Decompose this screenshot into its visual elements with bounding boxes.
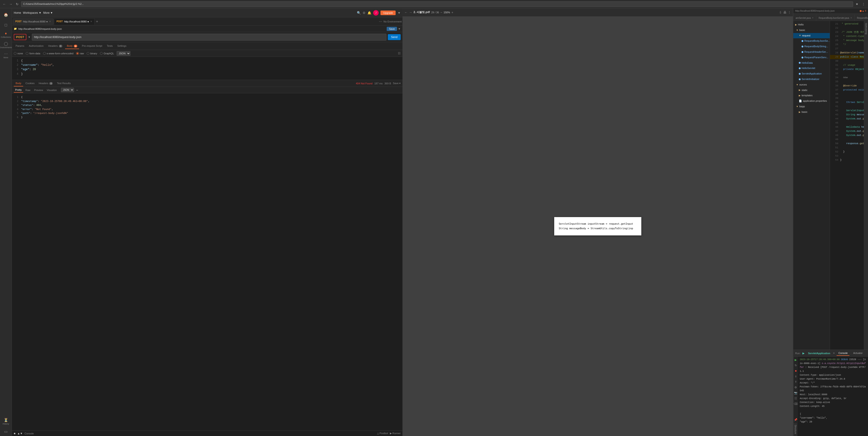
pdf-forward-button[interactable]: → xyxy=(409,10,412,14)
save-response-button[interactable]: Save ▾ xyxy=(393,82,401,85)
nav-settings-button[interactable]: ⚙ xyxy=(363,11,366,15)
pdf-zoom-plus-button[interactable]: + xyxy=(451,10,453,14)
response-tab-test-results[interactable]: Test Results xyxy=(55,81,72,86)
ide-tab-requestbodystring[interactable]: RequestBodyString... ✕ xyxy=(855,15,868,21)
tree-item-request[interactable]: ▼ request xyxy=(793,33,830,38)
console-settings-button[interactable]: ⚙ xyxy=(794,385,798,390)
tab-close-2[interactable]: ✕ xyxy=(90,20,92,23)
tree-item-appprops[interactable]: 📄 application.properties xyxy=(793,98,830,104)
ide-tab-close-rbjs1[interactable]: ✕ xyxy=(850,17,852,19)
body-options-icon[interactable]: ☷ xyxy=(398,52,401,55)
radio-urlencoded[interactable]: x-www-form-urlencoded xyxy=(43,52,73,55)
response-tab-cookies[interactable]: Cookies xyxy=(24,81,36,86)
bookmark-button[interactable]: ★ xyxy=(855,2,860,6)
pdf-back-button[interactable]: ← xyxy=(404,10,407,14)
body-format-select[interactable]: JSON Text XML xyxy=(117,51,130,56)
console-run-button[interactable]: ▶ xyxy=(794,357,798,362)
method-selector[interactable]: POST xyxy=(14,34,26,40)
structure-tab[interactable]: Structure xyxy=(793,423,797,436)
tab-close-1[interactable]: ✕ xyxy=(49,20,51,23)
subtab-prerequest[interactable]: Pre-request Script xyxy=(80,43,104,49)
tabs-menu-button[interactable]: ⋯ xyxy=(379,20,382,23)
nav-search-button[interactable]: 🔍 xyxy=(357,11,361,15)
runner-button[interactable]: ▶ Runner xyxy=(390,432,401,435)
tree-item-basic2[interactable]: ▶ basic xyxy=(793,110,830,115)
tree-item-ources[interactable]: ▼ ources xyxy=(793,82,830,88)
ide-tab-amservlet[interactable]: amServlet.java ✕ xyxy=(793,15,816,21)
run-tab-actuator[interactable]: Actuator xyxy=(851,351,864,356)
sidebar-item-extensions[interactable]: ▭ xyxy=(1,427,10,436)
tree-item-requestparamserv[interactable]: RequestParamServ... xyxy=(793,55,830,60)
sidebar-item-environments[interactable]: ◯ Environments xyxy=(1,40,10,50)
console-up-button[interactable]: ⇑ xyxy=(794,380,798,384)
tree-item-requestheaderser[interactable]: RequestHeaderSer... xyxy=(793,49,830,55)
resp-tab-raw[interactable]: Raw xyxy=(24,88,32,92)
request-body-editor[interactable]: 1 { 2 "username": "hello", 3 "age": 20 4… xyxy=(12,57,402,80)
tree-item-basic[interactable]: ▼ basic xyxy=(793,28,830,33)
tree-item-servletapplication[interactable]: ServletApplication xyxy=(793,71,830,76)
pdf-zoom-minus-button[interactable]: − xyxy=(440,10,442,14)
save-to-collection-button[interactable]: Save xyxy=(387,27,397,31)
upgrade-button[interactable]: Upgrade xyxy=(380,10,396,15)
nav-notification-button[interactable]: 🔔 xyxy=(367,11,371,15)
subtab-body[interactable]: Body ● xyxy=(65,43,79,49)
nav-workspaces-button[interactable]: Workspaces ▼ xyxy=(23,11,41,14)
url-input[interactable] xyxy=(32,34,386,40)
sidebar-item-more[interactable]: ⋯ More xyxy=(1,51,10,60)
browser-menu-button[interactable]: ⋮ xyxy=(861,2,866,6)
tree-item-requestbodystring[interactable]: RequestBodyString... xyxy=(793,44,830,49)
console-rerun-button[interactable]: ↻ xyxy=(794,363,798,368)
ide-tab-requestbodyjsonservlet1[interactable]: RequestBodyJsonServlet.java ✕ xyxy=(816,15,855,21)
subtab-headers[interactable]: Headers 8 xyxy=(46,43,64,49)
nav-home-button[interactable]: Home xyxy=(14,11,21,14)
radio-form-data[interactable]: form-data xyxy=(26,52,40,55)
tree-item-requestbodyjson[interactable]: RequestBodyJsonSe... xyxy=(793,38,830,44)
console-down-button[interactable]: ⇓ xyxy=(794,374,798,379)
console-stop-button[interactable]: ■ xyxy=(794,369,798,373)
bookmarks-tab[interactable]: Bookmarks xyxy=(864,21,868,350)
radio-graphql[interactable]: GraphQL xyxy=(100,52,114,55)
ide-tab-close-amservlet[interactable]: ✕ xyxy=(812,17,814,19)
subtab-tests[interactable]: Tests xyxy=(105,43,115,49)
console-filter-button[interactable]: ☷ xyxy=(794,396,798,401)
tree-item-hello[interactable]: ▶ Hello xyxy=(793,22,830,28)
back-button[interactable]: ← xyxy=(2,2,7,7)
tree-item-templates[interactable]: ▶ templates xyxy=(793,93,830,98)
reload-button[interactable]: ↻ xyxy=(15,2,20,7)
subtab-settings[interactable]: Settings xyxy=(116,43,128,49)
response-tab-headers[interactable]: Headers 8 xyxy=(37,81,55,86)
send-button[interactable]: Send xyxy=(388,34,401,40)
tree-item-servletinitializer[interactable]: ServletInitializer xyxy=(793,76,830,82)
sidebar-item-collections[interactable]: ♦ Collections xyxy=(1,30,10,39)
resp-tab-preview[interactable]: Preview xyxy=(33,88,44,92)
tree-item-static[interactable]: ▶ static xyxy=(793,88,830,93)
console-pin-button[interactable]: 📌 xyxy=(794,417,798,422)
console-button[interactable]: Console xyxy=(25,432,34,435)
add-tab-button[interactable]: + xyxy=(95,20,99,24)
request-tab-1[interactable]: POST http://localhost:8080 ● ✕ xyxy=(13,18,53,25)
sidebar-item-home[interactable]: 🏠 xyxy=(1,10,10,19)
radio-none[interactable]: none xyxy=(14,52,23,55)
resp-tab-pretty[interactable]: Pretty xyxy=(14,88,23,93)
run-app-close[interactable]: ✕ xyxy=(833,352,835,354)
method-dropdown-button[interactable]: ▼ xyxy=(28,35,30,39)
subtab-authorization[interactable]: Authorization xyxy=(27,43,45,49)
console-camera-button[interactable]: 📷 xyxy=(794,391,798,395)
forward-button[interactable]: → xyxy=(8,2,13,7)
save-dropdown-button[interactable]: ▼ xyxy=(398,27,401,30)
request-tab-2[interactable]: POST http://localhost:8080 ● ✕ xyxy=(54,18,94,25)
browser-url-input[interactable] xyxy=(21,1,853,7)
radio-raw[interactable]: raw xyxy=(76,52,84,55)
tree-item-bapp[interactable]: ▼ bapp xyxy=(793,104,830,110)
pdf-more-button[interactable]: ⋮ xyxy=(788,10,791,14)
console-clear-button[interactable]: ⌫ xyxy=(794,402,798,406)
resp-tab-visualize[interactable]: Visualize xyxy=(45,88,58,92)
tree-item-hellodata[interactable]: HelloData xyxy=(793,60,830,66)
pdf-download-button[interactable]: ⇩ xyxy=(779,10,782,14)
response-tab-body[interactable]: Body xyxy=(14,81,23,86)
nav-more-button[interactable]: More ▼ xyxy=(43,11,53,14)
sidebar-item-workspaces[interactable]: ◻ xyxy=(1,20,10,29)
run-tab-console[interactable]: Console xyxy=(837,351,849,356)
code-area[interactable]: 21 * generated 22 23 /* JSON 변환 예제 24 * … xyxy=(830,21,864,350)
sidebar-item-history[interactable]: ⏳ History xyxy=(1,417,10,426)
